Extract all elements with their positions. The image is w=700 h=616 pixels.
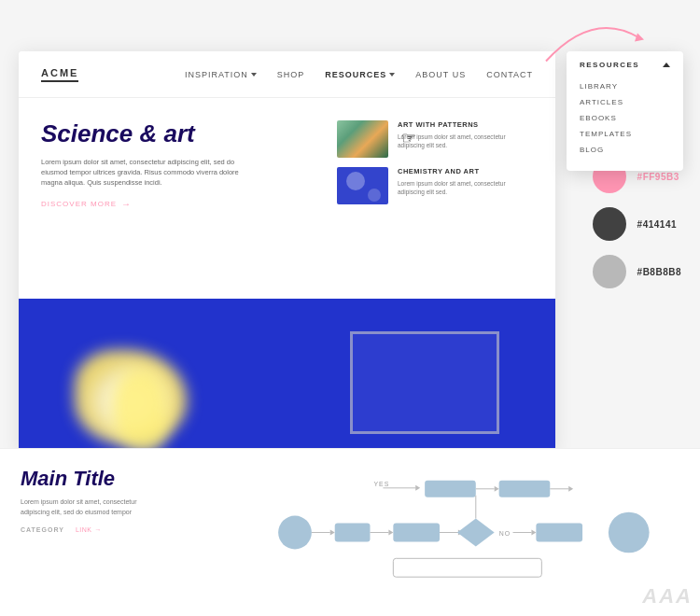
nav-item-inspiration[interactable]: INSPIRATION	[185, 70, 257, 79]
resources-dropdown-title: RESOURCES	[580, 61, 639, 69]
chevron-up-icon	[663, 63, 670, 67]
article-card-2: CHEMISTRY AND ART Lorem ipsum dolor sit …	[337, 167, 533, 204]
bottom-left: Main Title Lorem ipsum dolor sit amet, c…	[0, 449, 187, 616]
article-thumb-art-patterns	[337, 120, 388, 158]
swatch-hex-pink: #FF95B3	[637, 172, 679, 182]
discover-more-label: DISCOVER MORE	[41, 200, 117, 208]
tag-category: CATEGORY	[21, 526, 64, 533]
main-title: Main Title	[21, 468, 166, 490]
article-info-2: CHEMISTRY AND ART Lorem ipsum dolor sit …	[398, 167, 533, 196]
cursor-icon: ☞	[401, 128, 416, 148]
svg-marker-6	[568, 486, 573, 492]
flow-box-2	[499, 481, 551, 497]
flow-circle-2	[609, 512, 650, 553]
frame-rect	[350, 331, 499, 434]
nav-logo: ACME	[41, 67, 78, 82]
article-desc-2: Lorem ipsum dolor sit amet, consectetur …	[398, 179, 533, 196]
dropdown-item-articles[interactable]: ARTICLES	[580, 94, 670, 110]
dropdown-item-templates[interactable]: TEMPLATES	[580, 126, 670, 142]
hero-image	[19, 299, 555, 453]
tag-link[interactable]: LINK →	[76, 526, 102, 533]
flowchart-area: YES	[187, 449, 700, 616]
nav-bar: ACME INSPIRATION SHOP RESOURCES ABOUT US…	[19, 51, 555, 98]
nav-label-inspiration: INSPIRATION	[185, 70, 248, 79]
right-content: ART WITH PATTERNS Lorem ipsum dolor sit …	[337, 120, 533, 276]
nav-label-about: ABOUT US	[415, 70, 466, 79]
article-desc-1: Lorem ipsum dolor sit amet, consectetur …	[398, 133, 533, 149]
flowchart-svg: YES	[196, 458, 691, 607]
nav-label-contact: CONTACT	[486, 70, 533, 79]
nav-label-resources: RESOURCES	[325, 70, 386, 79]
tag-link-label: LINK	[76, 526, 92, 533]
swatch-hex-light-gray: #B8B8B8	[637, 267, 681, 277]
swatch-row-4: #B8B8B8	[593, 255, 681, 288]
nav-arrow-resources	[389, 73, 395, 77]
nav-item-about[interactable]: ABOUT US	[415, 70, 466, 79]
svg-marker-2	[415, 485, 420, 491]
flow-box-1	[425, 481, 476, 497]
nav-item-shop[interactable]: SHOP	[277, 70, 305, 79]
svg-marker-10	[388, 530, 393, 536]
resources-dropdown-header: RESOURCES	[580, 61, 670, 69]
swatch-row-3: #414141	[593, 207, 681, 241]
content-area: Science & art Lorem ipsum dolor sit amet…	[19, 98, 555, 299]
flow-bottom-box	[393, 558, 541, 577]
article-title-2: CHEMISTRY AND ART	[398, 167, 533, 175]
nav-arrow-inspiration	[251, 73, 257, 77]
main-website-card: ACME INSPIRATION SHOP RESOURCES ABOUT US…	[19, 51, 555, 453]
hero-title: Science & art	[41, 120, 318, 147]
hero-description: Lorem ipsum dolor sit amet, consectetur …	[41, 157, 246, 189]
flow-diamond	[457, 519, 495, 547]
swatch-hex-dark-gray: #414141	[637, 219, 677, 230]
flow-med-box	[393, 524, 440, 542]
svg-marker-15	[531, 530, 536, 536]
main-description: Lorem ipsum dolor sit amet, consectetur …	[21, 497, 166, 517]
flow-small-box	[335, 524, 371, 542]
swatch-light-gray	[593, 255, 626, 288]
svg-marker-0	[635, 34, 644, 42]
flow-no-box	[536, 524, 582, 542]
tag-link-arrow: →	[94, 526, 102, 533]
nav-label-shop: SHOP	[277, 70, 305, 79]
resources-dropdown: RESOURCES LIBRARY ARTICLES EBOOKS TEMPLA…	[567, 51, 683, 171]
bottom-tags: CATEGORY LINK →	[21, 526, 166, 533]
dropdown-item-ebooks[interactable]: EBOOKS	[580, 110, 670, 126]
watermark: AAA	[642, 584, 693, 609]
article-thumb-chemistry	[337, 167, 388, 204]
article-title-1: ART WITH PATTERNS	[398, 120, 533, 129]
no-label: NO	[499, 530, 511, 537]
flow-circle-1	[278, 516, 312, 550]
swatch-dark-gray	[593, 207, 626, 241]
nav-item-contact[interactable]: CONTACT	[486, 70, 533, 79]
left-content: Science & art Lorem ipsum dolor sit amet…	[41, 120, 318, 276]
discover-arrow-icon: →	[121, 199, 132, 209]
dropdown-item-blog[interactable]: BLOG	[580, 142, 670, 158]
article-card-1: ART WITH PATTERNS Lorem ipsum dolor sit …	[337, 120, 533, 158]
bottom-section: Main Title Lorem ipsum dolor sit amet, c…	[0, 448, 700, 616]
svg-marker-4	[495, 486, 499, 492]
yes-label: YES	[373, 481, 389, 487]
nav-item-resources[interactable]: RESOURCES	[325, 70, 395, 79]
nav-items: INSPIRATION SHOP RESOURCES ABOUT US CONT…	[185, 70, 533, 79]
svg-marker-8	[330, 530, 335, 536]
dropdown-item-library[interactable]: LIBRARY	[580, 78, 670, 94]
article-info-1: ART WITH PATTERNS Lorem ipsum dolor sit …	[398, 120, 533, 149]
discover-more-link[interactable]: DISCOVER MORE →	[41, 199, 318, 209]
